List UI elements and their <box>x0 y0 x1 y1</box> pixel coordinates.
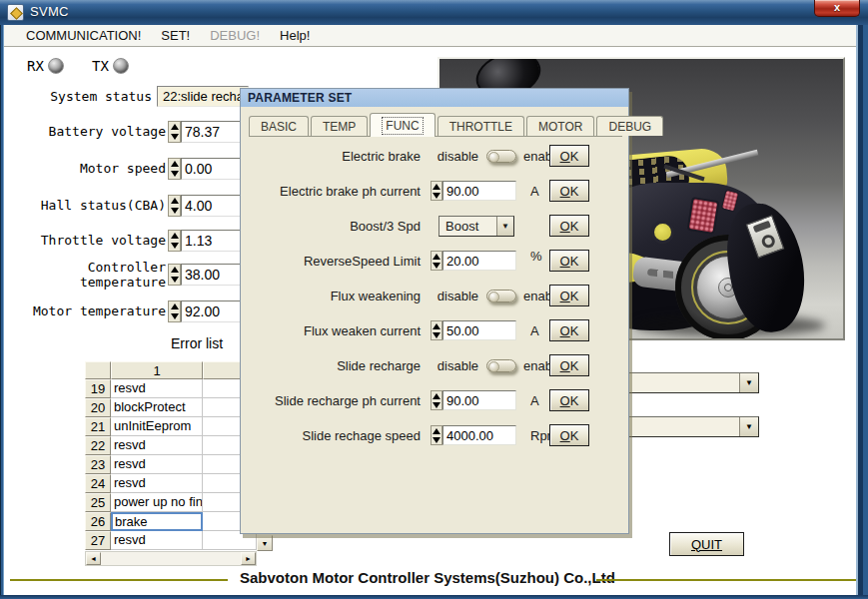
spin-up-button[interactable] <box>169 265 180 275</box>
menu-set[interactable]: SET! <box>151 26 200 45</box>
error-cell[interactable]: resvd <box>111 531 203 550</box>
spin-down-button[interactable] <box>432 435 441 444</box>
up-arrow-icon <box>433 323 440 329</box>
ok-button[interactable]: OK <box>549 285 589 306</box>
spin-up-button[interactable] <box>432 391 441 400</box>
down-arrow-icon <box>433 332 440 338</box>
param-value-field[interactable] <box>442 181 516 201</box>
ok-button[interactable]: OK <box>549 389 589 411</box>
error-cell[interactable]: resvd <box>111 379 203 398</box>
param-value-field[interactable] <box>442 251 516 271</box>
window-border-bottom <box>0 595 868 599</box>
tab-label: MOTOR <box>538 120 582 134</box>
dropdown-button[interactable]: ▼ <box>739 417 758 436</box>
boost-dropdown[interactable]: Boost ▼ <box>438 216 514 237</box>
spin-down-button[interactable] <box>169 241 180 251</box>
ok-button[interactable]: OK <box>549 145 589 167</box>
param-row-reverse-speed-limit: ReverseSpeed Limit % OK <box>251 249 622 273</box>
up-arrow-icon <box>171 233 179 239</box>
spin-down-button[interactable] <box>432 191 441 200</box>
toggle-switch[interactable] <box>486 150 516 163</box>
ok-button[interactable]: OK <box>549 354 589 376</box>
up-arrow-icon <box>433 428 440 434</box>
menu-communication[interactable]: COMMUNICATION! <box>16 26 151 45</box>
spin-up-button[interactable] <box>432 426 441 435</box>
spin-up-button[interactable] <box>432 321 441 330</box>
error-cell[interactable]: power up no fini <box>111 493 203 512</box>
row-number-cell[interactable]: 20 <box>85 398 111 417</box>
dropdown-button[interactable]: ▼ <box>496 217 513 236</box>
error-cell-selected[interactable]: brake <box>111 512 203 531</box>
ok-button[interactable]: OK <box>549 180 589 202</box>
error-cell[interactable]: blockProtect <box>111 398 203 417</box>
row-number-cell[interactable]: 24 <box>85 474 111 493</box>
ok-button[interactable]: OK <box>549 424 589 446</box>
dropdown-button[interactable]: ▼ <box>739 373 758 392</box>
ok-button[interactable]: OK <box>549 215 589 237</box>
table-row: 23 resvd <box>85 455 257 474</box>
close-button[interactable]: x <box>814 0 860 17</box>
menu-help[interactable]: Help! <box>270 26 320 45</box>
error-cell[interactable]: resvd <box>111 474 203 493</box>
column-header[interactable]: 1 <box>111 361 203 379</box>
tab-temp[interactable]: TEMP <box>311 116 368 136</box>
spin-down-button[interactable] <box>169 206 180 216</box>
spin-up-button[interactable] <box>169 231 180 241</box>
scroll-left-button[interactable]: ◄ <box>86 552 101 565</box>
system-status-field[interactable]: 22:slide rechar <box>157 86 249 107</box>
corner-header-cell[interactable] <box>85 361 111 379</box>
toggle-off-label: disable <box>431 149 478 164</box>
down-arrow-icon <box>433 193 440 199</box>
spin-up-button[interactable] <box>169 122 180 132</box>
spin-down-button[interactable] <box>169 169 180 179</box>
row-number-cell[interactable]: 19 <box>85 379 111 398</box>
tab-debug[interactable]: DEBUG <box>596 116 663 136</box>
ok-button[interactable]: OK <box>549 250 589 272</box>
spin-down-button[interactable] <box>169 311 180 321</box>
readout-label: Motor temperature <box>4 303 166 318</box>
error-cell[interactable]: resvd <box>111 455 203 474</box>
row-number-cell[interactable]: 26 <box>85 512 111 531</box>
tab-basic[interactable]: BASIC <box>249 116 309 136</box>
toggle-switch[interactable] <box>486 359 516 372</box>
spin-up-button[interactable] <box>169 196 180 206</box>
table-row: 20 blockProtect <box>85 398 257 417</box>
param-value-field[interactable] <box>442 390 516 410</box>
spin-up-button[interactable] <box>432 182 441 191</box>
row-number-cell[interactable]: 22 <box>85 436 111 455</box>
toggle-control: disable enable <box>431 358 562 373</box>
table-hscrollbar[interactable]: ◄ ► <box>85 551 257 566</box>
spin-up-button[interactable] <box>169 159 180 169</box>
spin-up-button[interactable] <box>169 301 180 311</box>
spin-up-button[interactable] <box>432 252 441 261</box>
tab-func[interactable]: FUNC <box>370 113 434 137</box>
quit-label: QUIT <box>691 537 722 552</box>
spin-down-button[interactable] <box>432 330 441 339</box>
quit-button[interactable]: QUIT <box>669 532 744 556</box>
ok-button[interactable]: OK <box>549 319 589 341</box>
error-cell[interactable]: resvd <box>111 436 203 455</box>
row-number-cell[interactable]: 27 <box>85 531 111 550</box>
spinner-control <box>431 320 442 340</box>
ok-label: OK <box>560 358 579 373</box>
row-number-cell[interactable]: 21 <box>85 417 111 436</box>
error-cell[interactable]: unInitEeprom <box>111 417 203 436</box>
dialog-title-bar[interactable]: PARAMETER SET <box>241 89 628 107</box>
row-number-cell[interactable]: 23 <box>85 455 111 474</box>
toggle-switch[interactable] <box>486 290 516 302</box>
row-number-cell[interactable]: 25 <box>85 493 111 512</box>
spin-down-button[interactable] <box>169 275 180 285</box>
param-row-electric-brake-current: Electric brake ph current A OK <box>251 179 622 203</box>
param-label: ReverseSpeed Limit <box>251 254 431 269</box>
spin-down-button[interactable] <box>432 400 441 409</box>
down-arrow-icon <box>433 263 440 269</box>
title-bar[interactable]: SVMC x <box>0 0 868 25</box>
scroll-right-button[interactable]: ► <box>241 552 256 565</box>
param-value-field[interactable] <box>442 320 516 340</box>
param-value-field[interactable] <box>442 425 516 445</box>
tab-motor[interactable]: MOTOR <box>526 116 594 136</box>
spin-down-button[interactable] <box>169 132 180 142</box>
tab-throttle[interactable]: THROTTLE <box>437 116 524 136</box>
spin-down-button[interactable] <box>432 261 441 270</box>
scroll-down-button[interactable]: ▼ <box>257 535 273 551</box>
